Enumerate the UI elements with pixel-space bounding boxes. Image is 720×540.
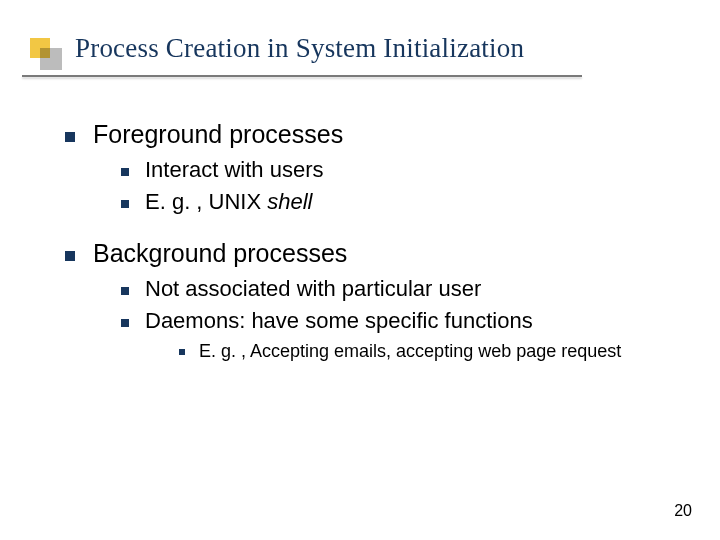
bullet-icon [65,132,75,142]
deco-square-gray [40,48,62,70]
slide-title: Process Creation in System Initializatio… [75,33,690,64]
bullet-icon [121,168,129,176]
heading-foreground: Foreground processes [93,120,343,149]
bullet-level2: Not associated with particular user [121,276,680,302]
bullet-level2: Daemons: have some specific functions [121,308,680,334]
heading-background: Background processes [93,239,347,268]
item-prefix: E. g. , UNIX [145,189,267,214]
bullet-level3: E. g. , Accepting emails, accepting web … [179,340,680,363]
bullet-icon [121,287,129,295]
title-underline [22,75,582,77]
item-not-associated: Not associated with particular user [145,276,481,302]
bullet-level1: Background processes [65,239,680,268]
item-eg-unix-shell: E. g. , UNIX shell [145,189,313,215]
page-number: 20 [674,502,692,520]
bullet-icon [65,251,75,261]
item-eg-emails: E. g. , Accepting emails, accepting web … [199,340,621,363]
item-interact-users: Interact with users [145,157,324,183]
corner-decoration [30,38,62,70]
slide: Process Creation in System Initializatio… [0,0,720,540]
bullet-level2: E. g. , UNIX shell [121,189,680,215]
bullet-level2: Interact with users [121,157,680,183]
item-daemons: Daemons: have some specific functions [145,308,533,334]
bullet-icon [179,349,185,355]
bullet-icon [121,200,129,208]
bullet-icon [121,319,129,327]
item-italic-shell: shell [267,189,312,214]
bullet-level1: Foreground processes [65,120,680,149]
slide-content: Foreground processes Interact with users… [65,110,680,368]
